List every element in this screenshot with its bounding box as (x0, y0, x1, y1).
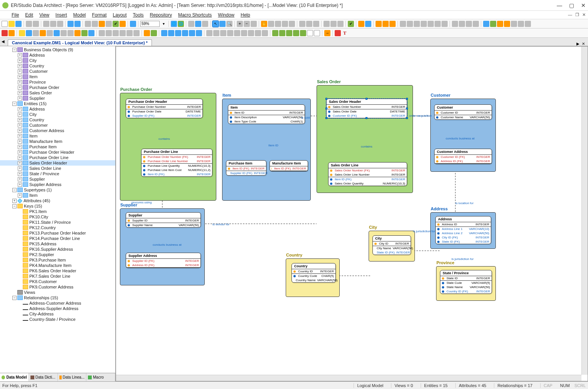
t10-icon[interactable] (337, 21, 344, 27)
tree-item[interactable]: PK14.Purchase Order Line (0, 236, 115, 241)
rel6-icon[interactable] (241, 30, 247, 36)
entity-country[interactable]: CountryCountry IDINTEGERCountry CodeCHAR… (291, 263, 336, 283)
save-icon[interactable] (15, 21, 22, 27)
layer3-icon[interactable] (202, 21, 208, 27)
menu-tools[interactable]: Tools (131, 12, 146, 18)
maximize-button[interactable]: ▢ (569, 2, 574, 8)
entity-sales-order-header[interactable]: Sales Order HeaderSales Order NumberINTE… (326, 99, 407, 118)
tree-item[interactable]: +Supplier Address (0, 182, 115, 187)
shape-image-icon[interactable] (314, 30, 320, 36)
entity-customer-address[interactable]: Customer AddressCustomer ID (FK)INTEGERA… (434, 149, 492, 164)
shape-rect-icon[interactable] (272, 30, 278, 36)
rel8-icon[interactable] (255, 30, 261, 36)
globe-icon[interactable]: 🌐 (171, 21, 177, 27)
tree-item[interactable]: +Sales Order Line (0, 166, 115, 171)
m9-icon[interactable] (61, 30, 67, 36)
tree-item[interactable]: +Sales Order Header (0, 160, 115, 166)
t8-icon[interactable] (323, 21, 330, 27)
diag1-icon[interactable] (161, 30, 167, 36)
t1-icon[interactable] (268, 21, 274, 27)
align3-icon[interactable] (113, 30, 119, 36)
entity-manufacture-item[interactable]: Manufacture ItemItem ID (FK)INTEGER (270, 160, 308, 171)
tree-item[interactable]: +Purchase Order Line (0, 155, 115, 160)
sidebar-tab-data-lineage[interactable]: Data Linea... (58, 373, 87, 381)
t2-icon[interactable] (275, 21, 281, 27)
menu-insert[interactable]: Insert (53, 12, 69, 18)
diagram-canvas[interactable]: Purchase Order Item Sales Order Customer… (116, 46, 588, 381)
diag3-icon[interactable] (175, 30, 181, 36)
align1-icon[interactable] (99, 30, 105, 36)
tab-nav-right-icon[interactable]: ▶ (576, 42, 580, 46)
title-icon[interactable] (335, 30, 341, 36)
misc5-icon[interactable] (511, 21, 517, 27)
doc-tab-active[interactable]: Canonical Example.DM1 - Logical Model Vi… (8, 39, 152, 46)
globe-2-icon[interactable]: 🌐 (178, 21, 184, 27)
tree-item[interactable]: −Business Data Objects (9) (0, 47, 115, 52)
folder-icon[interactable] (376, 21, 382, 27)
arrow-icon[interactable]: → (324, 30, 330, 36)
new-icon[interactable] (2, 21, 8, 27)
zoom-input[interactable] (140, 21, 160, 27)
tree-item[interactable]: +City (0, 112, 115, 117)
m8-icon[interactable] (54, 30, 60, 36)
tree-item[interactable]: Country-State / Province (0, 317, 115, 322)
diag5-icon[interactable] (189, 30, 195, 36)
tool-e-icon[interactable]: ✔ (113, 21, 119, 27)
ungrp-icon[interactable] (151, 30, 157, 36)
tree-item[interactable]: −Supertypes (1) (0, 187, 115, 193)
db-icon[interactable] (130, 21, 136, 27)
open-icon[interactable] (8, 21, 15, 27)
menu-file[interactable]: File (9, 12, 21, 18)
diag6-icon[interactable] (196, 30, 202, 36)
sidebar-tab-data-model[interactable]: Data Model (0, 373, 29, 381)
tree-item[interactable]: +Country (0, 63, 115, 69)
net2-icon[interactable] (407, 21, 413, 27)
tree-item[interactable]: PK8.Customer (0, 279, 115, 284)
redo-icon[interactable] (74, 21, 81, 27)
net4-icon[interactable] (421, 21, 427, 27)
tool-f-icon[interactable] (120, 21, 126, 27)
menu-macro-shortcuts[interactable]: Macro Shortcuts (176, 12, 214, 18)
tree-item[interactable]: Address-Customer Address (0, 300, 115, 306)
menu-view[interactable]: View (37, 12, 52, 18)
model-tree[interactable]: −Business Data Objects (9)+Address+City+… (0, 46, 115, 373)
tab-nav-left-icon[interactable]: ◀ (2, 39, 5, 44)
minimize-button[interactable]: — (557, 2, 562, 8)
mdi-minimize[interactable]: — (568, 12, 572, 17)
shape-note-icon[interactable] (307, 30, 313, 36)
net5-icon[interactable] (428, 21, 434, 27)
layer2-icon[interactable] (195, 21, 201, 27)
zoom-out-icon[interactable]: − (244, 21, 250, 27)
tree-item[interactable]: +Customer Address (0, 128, 115, 133)
grp-icon[interactable] (144, 30, 150, 36)
folder2-icon[interactable] (382, 21, 389, 27)
tree-item[interactable]: +Address (0, 106, 115, 112)
t3-icon[interactable] (282, 21, 288, 27)
tree-item[interactable]: +Item (0, 193, 115, 198)
print-icon[interactable] (26, 21, 32, 27)
tree-item[interactable]: PK3.Purchase Item (0, 257, 115, 263)
t9-icon[interactable] (330, 21, 337, 27)
misc1-icon[interactable] (483, 21, 489, 27)
m7-icon[interactable] (47, 30, 53, 36)
tree-item[interactable]: PK12.Country (0, 225, 115, 230)
misc2-icon[interactable] (490, 21, 496, 27)
misc7-icon[interactable] (525, 21, 531, 27)
tree-item[interactable]: PK9.Customer Address (0, 284, 115, 290)
entity-purchase-order-line[interactable]: Purchase Order LinePurchase Order Number… (141, 149, 212, 177)
folder3-icon[interactable] (389, 21, 396, 27)
rel2-icon[interactable] (213, 30, 219, 36)
entity-customer[interactable]: CustomerCustomer IDINTEGERCustomer NameV… (434, 104, 492, 120)
menu-help[interactable]: Help (238, 12, 253, 18)
tool-c-icon[interactable] (99, 21, 105, 27)
tool-d-icon[interactable] (106, 21, 112, 27)
canvas-hscroll[interactable] (116, 375, 581, 381)
rel3-icon[interactable] (220, 30, 226, 36)
menu-model[interactable]: Model (71, 12, 88, 18)
tree-item[interactable]: PK15.Address (0, 241, 115, 246)
close-button[interactable]: ✕ (581, 2, 586, 8)
net6-icon[interactable] (435, 21, 441, 27)
hand-icon[interactable] (219, 21, 226, 27)
tree-item[interactable]: PK13.Purchase Order Header (0, 230, 115, 236)
tree-item[interactable]: +Supplier (0, 96, 115, 101)
